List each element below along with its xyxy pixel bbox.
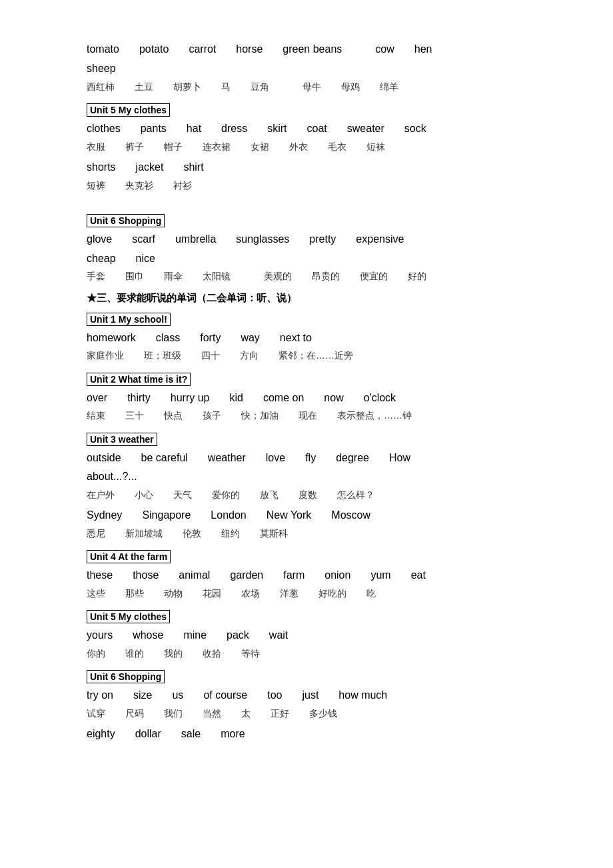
word-eighty: eighty bbox=[87, 725, 115, 744]
word-potato: potato bbox=[139, 40, 169, 59]
word-yum: yum bbox=[370, 566, 390, 585]
unit5-clothes2-label: Unit 5 My clothes bbox=[87, 606, 533, 626]
unit5-clothes-label: Unit 5 My clothes bbox=[87, 99, 533, 119]
unit3-weather-label: Unit 3 weather bbox=[87, 429, 533, 449]
unit6-shopping2-tag: Unit 6 Shopping bbox=[87, 670, 165, 683]
cn-of-course: 当然 bbox=[203, 705, 221, 722]
word-of-course: of course bbox=[203, 686, 247, 705]
weather-word-row-2: about...?... bbox=[87, 467, 533, 487]
cn-jacket: 夹克衫 bbox=[125, 177, 153, 194]
cn-shorts: 短裤 bbox=[87, 177, 105, 194]
unit2-time-label: Unit 2 What time is it? bbox=[87, 369, 533, 389]
cn-over: 结束 bbox=[87, 407, 105, 424]
word-way: way bbox=[241, 329, 259, 348]
unit6-shopping-label: Unit 6 Shopping bbox=[87, 210, 533, 230]
word-moscow: Moscow bbox=[331, 506, 370, 525]
word-homework: homework bbox=[87, 329, 136, 348]
clothes-word-row-1: clothes pants hat dress skirt coat sweat… bbox=[87, 119, 533, 139]
cn-sock: 短袜 bbox=[366, 139, 385, 155]
clothes-cn-row-1: 衣服 裤子 帽子 连衣裙 女裙 外衣 毛衣 短袜 bbox=[87, 139, 533, 155]
cn-shirt: 衬衫 bbox=[173, 177, 192, 194]
word-horse: horse bbox=[236, 40, 263, 59]
cn-scarf: 围巾 bbox=[125, 268, 144, 285]
cn-next-to: 紧邻；在……近旁 bbox=[279, 347, 353, 364]
word-jacket: jacket bbox=[136, 158, 164, 177]
word-over: over bbox=[87, 389, 107, 408]
shopping2-cn-row-1: 试穿 尺码 我们 当然 太 正好 多少钱 bbox=[87, 705, 533, 722]
cn-animal: 动物 bbox=[164, 585, 183, 602]
word-coat: coat bbox=[307, 119, 327, 139]
cn-hat: 帽子 bbox=[164, 139, 183, 155]
word-cheap: cheap bbox=[87, 249, 116, 269]
clothes-word-row-2: shorts jacket shirt bbox=[87, 158, 533, 177]
cn-thirty: 三十 bbox=[125, 407, 144, 424]
word-class: class bbox=[156, 329, 180, 348]
cn-love: 爱你的 bbox=[212, 487, 240, 503]
word-thirty: thirty bbox=[127, 389, 151, 408]
word-outside: outside bbox=[87, 449, 121, 468]
cn-try-on: 试穿 bbox=[87, 705, 105, 722]
cn-sweater: 毛衣 bbox=[328, 139, 346, 155]
school-cn-row-1: 家庭作业 班；班级 四十 方向 紧邻；在……近旁 bbox=[87, 347, 533, 364]
cn-glove: 手套 bbox=[87, 268, 105, 285]
cn-pretty: 美观的 bbox=[264, 268, 292, 285]
word-clothes: clothes bbox=[87, 119, 121, 139]
word-love: love bbox=[266, 449, 285, 468]
word-scarf: scarf bbox=[132, 230, 155, 249]
word-nice: nice bbox=[136, 249, 155, 269]
cn-sheep: 绵羊 bbox=[380, 79, 398, 95]
cn-too: 太 bbox=[241, 705, 251, 722]
cn-wait: 等待 bbox=[241, 645, 260, 662]
word-eat: eat bbox=[411, 566, 426, 585]
word-weather: weather bbox=[208, 449, 246, 468]
word-sale: sale bbox=[181, 725, 201, 744]
cn-pants: 裤子 bbox=[125, 139, 144, 155]
word-shorts: shorts bbox=[87, 158, 116, 177]
word-pack: pack bbox=[227, 626, 249, 645]
word-row-1: tomato potato carrot horse green beans c… bbox=[87, 40, 533, 59]
word-try-on: try on bbox=[87, 686, 113, 705]
cn-carrot: 胡萝卜 bbox=[173, 79, 201, 95]
word-newyork: New York bbox=[267, 506, 312, 525]
word-animal: animal bbox=[179, 566, 210, 585]
word-pants: pants bbox=[141, 119, 167, 139]
cn-just: 正好 bbox=[271, 705, 289, 722]
cn-cow: 母牛 bbox=[303, 79, 321, 95]
cn-hen: 母鸡 bbox=[341, 79, 360, 95]
word-cow: cow bbox=[375, 40, 394, 59]
word-hurry-up: hurry up bbox=[171, 389, 210, 408]
word-tomato: tomato bbox=[87, 40, 119, 59]
unit4-farm-block: these those animal garden farm onion yum… bbox=[87, 566, 533, 602]
unit3-weather-block: outside be careful weather love fly degr… bbox=[87, 449, 533, 543]
cn-expensive: 昂贵的 bbox=[312, 268, 340, 285]
top-vocab-block: tomato potato carrot horse green beans c… bbox=[87, 40, 533, 95]
word-kid: kid bbox=[230, 389, 243, 408]
unit5-clothes-tag: Unit 5 My clothes bbox=[87, 103, 170, 117]
word-sunglasses: sunglasses bbox=[236, 230, 289, 249]
shopping2-word-row-1: try on size us of course too just how mu… bbox=[87, 686, 533, 705]
word-sweater: sweater bbox=[347, 119, 384, 139]
cn-kid: 孩子 bbox=[203, 407, 221, 424]
cn-singapore: 新加坡城 bbox=[125, 525, 163, 542]
word-glove: glove bbox=[87, 230, 112, 249]
word-those: those bbox=[133, 566, 159, 585]
cn-these: 这些 bbox=[87, 585, 105, 602]
farm-word-row-1: these those animal garden farm onion yum… bbox=[87, 566, 533, 585]
clothes2-cn-row-1: 你的 谁的 我的 收拾 等待 bbox=[87, 645, 533, 662]
word-sydney: Sydney bbox=[87, 506, 122, 525]
cn-farm: 农场 bbox=[241, 585, 260, 602]
word-forty: forty bbox=[200, 329, 221, 348]
word-row-1b: sheep bbox=[87, 59, 533, 79]
cn-dress: 连衣裙 bbox=[203, 139, 231, 155]
cn-pack: 收拾 bbox=[203, 645, 221, 662]
word-just: just bbox=[302, 686, 318, 705]
cn-onion: 洋葱 bbox=[280, 585, 299, 602]
cn-mine: 我的 bbox=[164, 645, 183, 662]
word-size: size bbox=[133, 686, 152, 705]
shopping-word-row-2: cheap nice bbox=[87, 249, 533, 269]
cn-sunglasses: 太阳镜 bbox=[203, 268, 231, 285]
weather-cities-cn-row: 悉尼 新加坡城 伦敦 纽约 莫斯科 bbox=[87, 525, 533, 542]
word-wait: wait bbox=[269, 626, 288, 645]
cn-be-careful: 小心 bbox=[135, 487, 153, 503]
word-dress: dress bbox=[221, 119, 247, 139]
